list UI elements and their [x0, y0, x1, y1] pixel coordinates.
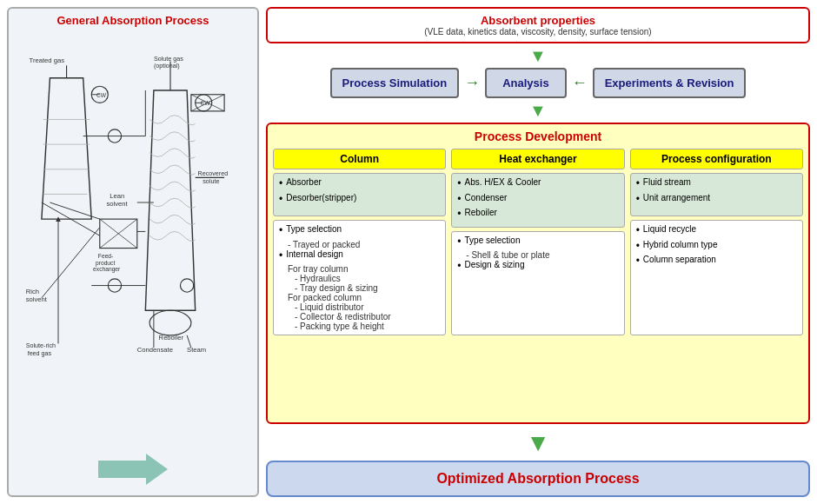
- heat-exchanger-section: Heat exchanger • Abs. H/EX & Cooler • Co…: [451, 149, 624, 335]
- diagram-area: Treated gas Solute gas (optional) CW CW: [14, 30, 252, 448]
- three-boxes-row: Process Simulation → Analysis ← Experime…: [266, 68, 810, 98]
- svg-text:solvent: solvent: [106, 199, 128, 207]
- process-dev-title: Process Development: [273, 129, 803, 143]
- svg-text:Lean: Lean: [110, 192, 124, 200]
- list-item: - Collector & redistributor: [279, 312, 440, 322]
- svg-text:Solute-rich: Solute-rich: [26, 342, 56, 349]
- absorbent-properties-box: Absorbent properties (VLE data, kinetics…: [266, 7, 810, 43]
- right-arrow-icon: [98, 452, 168, 487]
- svg-text:Reboiler: Reboiler: [159, 333, 184, 341]
- heat-exchanger-top-items: • Abs. H/EX & Cooler • Condenser • Reboi…: [451, 173, 624, 228]
- svg-text:Steam: Steam: [187, 346, 206, 354]
- column-header: Column: [273, 149, 446, 169]
- list-item: - Hydraulics: [279, 274, 440, 283]
- column-section: Column • Absorber • Desorber(stripper): [273, 149, 446, 335]
- left-to-right-arrow-container: [14, 448, 252, 490]
- svg-point-22: [149, 310, 191, 335]
- list-item: • Type selection: [279, 224, 440, 238]
- left-panel: General Absorption Process Treated gas S…: [7, 7, 259, 497]
- process-config-top-items: • Fluid stream • Unit arrangement: [630, 173, 803, 216]
- absorbent-subtitle: (VLE data, kinetics data, viscosity, den…: [276, 27, 800, 36]
- list-item: • Absorber: [279, 177, 440, 191]
- down-arrow-from-absorbent: ▼: [266, 47, 810, 64]
- list-item: • Desorber(stripper): [279, 193, 440, 207]
- list-item: - Liquid distributor: [279, 302, 440, 312]
- experiments-box: Experiments & Revision: [593, 68, 747, 98]
- list-item: • Design & sizing: [457, 260, 618, 274]
- list-item: • Type selection: [457, 235, 618, 249]
- svg-text:solute: solute: [203, 178, 219, 185]
- svg-text:feed gas: feed gas: [28, 349, 52, 356]
- svg-line-33: [50, 202, 99, 219]
- arrow-to-analysis: →: [459, 74, 485, 92]
- column-top-items: • Absorber • Desorber(stripper): [273, 173, 446, 216]
- left-panel-title: General Absorption Process: [14, 14, 252, 27]
- list-item: • Internal design: [279, 249, 440, 263]
- list-item: • Condenser: [457, 193, 618, 207]
- list-item: • Unit arrangement: [636, 193, 797, 207]
- svg-text:Recovered: Recovered: [198, 170, 229, 177]
- svg-text:exchanger: exchanger: [93, 266, 121, 273]
- svg-text:solvent: solvent: [26, 295, 48, 302]
- absorption-diagram: Treated gas Solute gas (optional) CW CW: [20, 53, 246, 427]
- process-configuration-section: Process configuration • Fluid stream • U…: [630, 149, 803, 335]
- list-item: - Shell & tube or plate: [457, 250, 618, 260]
- svg-marker-0: [42, 77, 91, 218]
- optimized-absorption-box: Optimized Absorption Process: [266, 461, 810, 497]
- heat-exchanger-header: Heat exchanger: [451, 149, 624, 169]
- svg-text:Feed-: Feed-: [98, 253, 113, 259]
- arrow-from-experiments: ←: [567, 74, 593, 92]
- svg-marker-53: [98, 454, 168, 485]
- list-item: • Hybrid column type: [636, 240, 797, 254]
- process-simulation-box: Process Simulation: [330, 68, 460, 98]
- list-item: • Column separation: [636, 255, 797, 269]
- analysis-box: Analysis: [485, 68, 566, 98]
- bottom-arrow-row: ▼: [266, 431, 810, 455]
- list-item: • Fluid stream: [636, 177, 797, 191]
- list-item: - Tray design & sizing: [279, 283, 440, 293]
- list-item: For tray column: [279, 264, 440, 274]
- svg-text:Condensate: Condensate: [137, 346, 173, 354]
- right-panel: Absorbent properties (VLE data, kinetics…: [266, 7, 810, 497]
- list-item: For packed column: [279, 293, 440, 302]
- list-item: - Packing type & height: [279, 322, 440, 331]
- column-bottom-items: • Type selection - Trayed or packed • In…: [273, 220, 446, 335]
- svg-point-48: [180, 278, 193, 291]
- columns-row: Column • Absorber • Desorber(stripper): [273, 149, 803, 335]
- svg-line-29: [42, 227, 100, 297]
- main-container: General Absorption Process Treated gas S…: [0, 0, 817, 504]
- svg-text:(optional): (optional): [154, 63, 180, 70]
- heat-exchanger-bottom-items: • Type selection - Shell & tube or plate…: [451, 231, 624, 335]
- down-arrow-to-optimized: ▼: [526, 431, 550, 455]
- svg-text:Solute gas: Solute gas: [154, 55, 183, 62]
- svg-text:Rich: Rich: [26, 288, 39, 295]
- list-item: • Liquid recycle: [636, 224, 797, 238]
- process-development-container: Process Development Column • Absorber • …: [266, 123, 810, 424]
- optimized-title: Optimized Absorption Process: [276, 471, 800, 487]
- process-config-bottom-items: • Liquid recycle • Hybrid column type • …: [630, 220, 803, 335]
- process-config-header: Process configuration: [630, 149, 803, 169]
- list-item: • Reboiler: [457, 208, 618, 222]
- list-item: - Trayed or packed: [279, 240, 440, 249]
- down-arrow-to-process-dev: ▼: [266, 102, 810, 119]
- absorbent-title: Absorbent properties: [276, 14, 800, 27]
- svg-text:Treated gas: Treated gas: [30, 56, 65, 64]
- list-item: • Abs. H/EX & Cooler: [457, 177, 618, 191]
